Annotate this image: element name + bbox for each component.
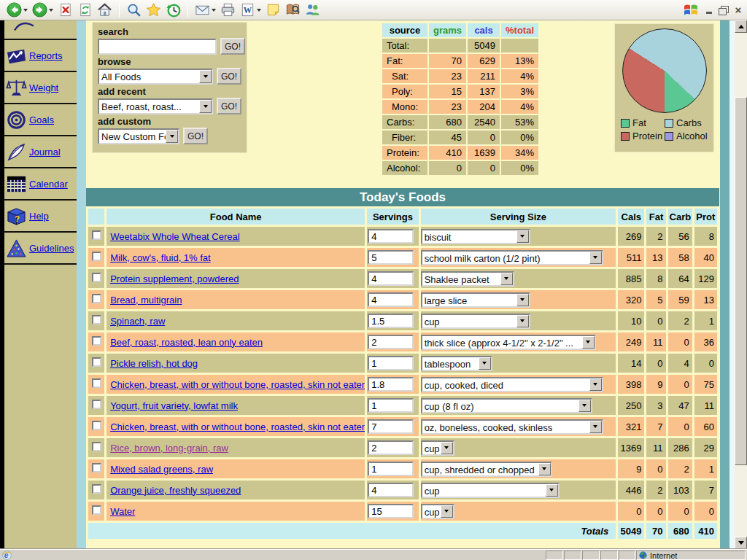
chevron-down-icon[interactable] <box>589 421 602 433</box>
row-checkbox[interactable] <box>92 336 101 346</box>
sidebar-item-guidelines[interactable]: Guidelines <box>4 231 77 263</box>
chevron-down-icon[interactable] <box>199 70 212 83</box>
servings-input[interactable] <box>368 356 414 370</box>
food-link[interactable]: Milk, cow's, fluid, 1% fat <box>110 252 211 263</box>
sidebar-item-label[interactable]: Calendar <box>29 179 68 190</box>
food-link[interactable]: Beef, roast, roasted, lean only eaten <box>110 337 263 348</box>
close-button[interactable]: × <box>732 5 744 16</box>
food-link[interactable]: Bread, multigrain <box>110 295 182 306</box>
research-button[interactable] <box>285 2 301 18</box>
chevron-down-icon[interactable] <box>479 357 491 370</box>
chevron-down-icon[interactable] <box>516 294 529 306</box>
row-checkbox[interactable] <box>92 378 101 388</box>
serving-size-select[interactable]: cup <box>421 483 560 498</box>
sidebar-item-calendar[interactable]: Calendar <box>4 167 77 199</box>
sidebar-item-label[interactable]: Weight <box>29 82 58 93</box>
food-link[interactable]: Mixed salad greens, raw <box>110 464 213 475</box>
browse-go-button[interactable]: GO! <box>217 68 241 85</box>
sidebar-item-label[interactable]: Reports <box>29 50 63 61</box>
home-button[interactable] <box>97 2 112 18</box>
chevron-down-icon[interactable] <box>441 505 453 518</box>
row-checkbox[interactable] <box>92 294 101 303</box>
add-recent-select[interactable]: Beef, roast, roast... <box>98 98 213 114</box>
chevron-down-icon[interactable] <box>589 378 602 391</box>
serving-size-select[interactable]: thick slice (approx 4-1/2" x 2-1/2" ... <box>421 335 596 350</box>
stop-button[interactable] <box>58 2 73 18</box>
row-checkbox[interactable] <box>92 505 101 515</box>
sidebar-item-weight[interactable]: Weight <box>4 71 77 103</box>
food-link[interactable]: Weetabix Whole Wheat Cereal <box>110 231 240 242</box>
servings-input[interactable] <box>368 483 414 497</box>
refresh-button[interactable] <box>77 2 93 18</box>
scroll-up-button[interactable] <box>735 20 747 33</box>
scroll-down-button[interactable] <box>735 537 747 549</box>
food-link[interactable]: Pickle relish, hot dog <box>110 358 198 369</box>
serving-size-select[interactable]: cup, shredded or chopped <box>421 462 552 477</box>
sidebar-item-help[interactable]: ? Help <box>4 199 77 231</box>
sidebar-item-label[interactable]: Guidelines <box>29 243 74 254</box>
food-link[interactable]: Spinach, raw <box>110 316 165 327</box>
chevron-down-icon[interactable] <box>500 273 513 285</box>
serving-size-select[interactable]: oz, boneless, cooked, skinless <box>421 419 603 435</box>
history-button[interactable] <box>166 2 181 18</box>
add-custom-select[interactable]: New Custom Food! <box>98 128 179 144</box>
row-checkbox[interactable] <box>92 442 101 451</box>
chevron-down-icon[interactable] <box>589 252 602 264</box>
chevron-down-icon[interactable] <box>49 9 53 12</box>
serving-size-select[interactable]: cup (8 fl oz) <box>421 398 592 413</box>
scrollbar-thumb[interactable] <box>735 97 747 465</box>
vertical-scrollbar[interactable] <box>735 20 747 549</box>
sidebar-item-journal[interactable]: Journal <box>4 135 77 167</box>
chevron-down-icon[interactable] <box>538 463 551 475</box>
add-recent-go-button[interactable]: GO! <box>217 98 241 114</box>
servings-input[interactable] <box>368 398 414 413</box>
chevron-down-icon[interactable] <box>516 315 529 327</box>
forward-button[interactable] <box>32 2 53 18</box>
row-checkbox[interactable] <box>92 273 101 282</box>
servings-input[interactable] <box>368 504 414 518</box>
add-custom-go-button[interactable]: GO! <box>183 128 208 144</box>
serving-size-select[interactable]: tablespoon <box>421 356 492 371</box>
sidebar-item-label[interactable]: Goals <box>29 114 54 125</box>
servings-input[interactable] <box>368 335 414 349</box>
food-link[interactable]: Rice, brown, long-grain, raw <box>110 443 228 454</box>
serving-size-select[interactable]: cup <box>421 440 454 456</box>
row-checkbox[interactable] <box>92 230 101 240</box>
row-checkbox[interactable] <box>92 463 101 472</box>
sidebar-item-reports[interactable]: Reports <box>4 39 77 71</box>
servings-input[interactable] <box>368 250 414 265</box>
restore-button[interactable] <box>718 5 729 16</box>
row-checkbox[interactable] <box>92 357 101 367</box>
food-link[interactable]: Yogurt, fruit variety, lowfat milk <box>110 400 238 411</box>
sidebar-item-goals[interactable]: Goals <box>4 103 77 135</box>
chevron-down-icon[interactable] <box>257 9 261 12</box>
favorites-button[interactable] <box>146 2 161 18</box>
search-button[interactable] <box>126 2 142 18</box>
minimize-button[interactable] <box>703 5 715 16</box>
browse-select[interactable]: All Foods <box>98 69 213 85</box>
servings-input[interactable] <box>368 462 414 476</box>
serving-size-select[interactable]: cup <box>421 314 530 329</box>
row-checkbox[interactable] <box>92 421 101 430</box>
chevron-down-icon[interactable] <box>516 230 529 243</box>
chevron-down-icon[interactable] <box>546 484 558 497</box>
servings-input[interactable] <box>368 292 414 307</box>
search-go-button[interactable]: GO! <box>220 38 245 55</box>
chevron-down-icon[interactable] <box>578 400 591 412</box>
search-input[interactable] <box>98 39 217 55</box>
food-link[interactable]: Water <box>110 506 135 517</box>
serving-size-select[interactable]: school milk carton (1/2 pint) <box>421 250 603 265</box>
servings-input[interactable] <box>368 377 414 392</box>
notes-button[interactable] <box>266 2 281 18</box>
serving-size-select[interactable]: biscuit <box>421 229 530 244</box>
chevron-down-icon[interactable] <box>441 442 453 454</box>
servings-input[interactable] <box>368 419 414 434</box>
chevron-down-icon[interactable] <box>212 9 216 12</box>
chevron-down-icon[interactable] <box>23 9 28 12</box>
mail-button[interactable] <box>195 2 216 18</box>
row-checkbox[interactable] <box>92 400 101 409</box>
edit-word-button[interactable]: W <box>240 2 261 18</box>
back-button[interactable] <box>7 2 28 18</box>
serving-size-select[interactable]: cup, cooked, diced <box>421 377 603 392</box>
serving-size-select[interactable]: large slice <box>421 292 530 308</box>
